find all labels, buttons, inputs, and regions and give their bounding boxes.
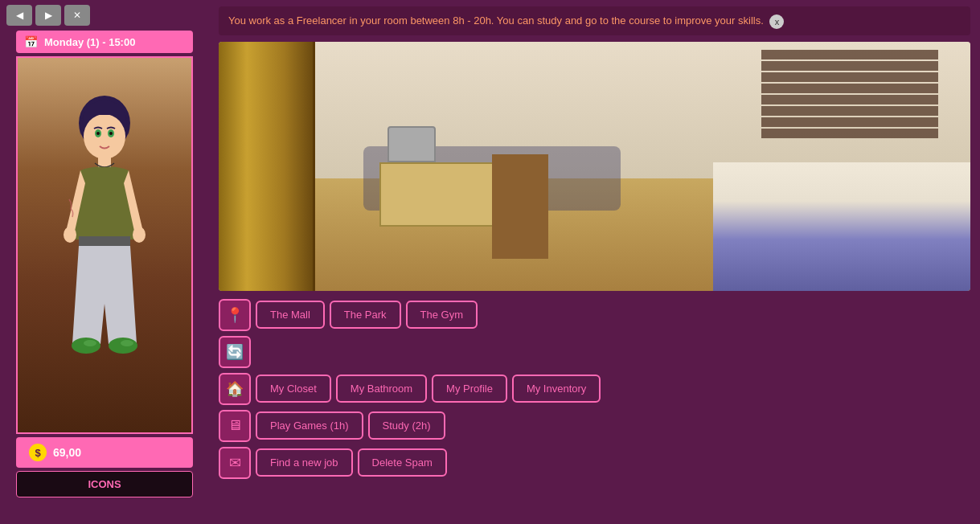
room-image [219,42,970,291]
blind-slat [761,50,938,59]
study-button[interactable]: Study (2h) [368,411,445,440]
back-button[interactable]: ◀ [6,5,32,26]
left-panel: ◀ ▶ ✕ 📅 Monday (1) - 15:00 [0,0,209,524]
the-mall-button[interactable]: The Mall [256,301,325,329]
location-row: 📍 The Mall The Park The Gym [219,299,970,331]
blind-slat [761,106,938,116]
svg-point-8 [133,227,146,243]
room-chair [492,154,548,259]
money-amount: 69,00 [53,446,81,459]
computer-icon: 🖥 [219,410,251,442]
blind-slat [761,72,938,82]
svg-point-13 [121,340,133,346]
info-banner: You work as a Freelancer in your room be… [219,6,970,35]
my-bathroom-button[interactable]: My Bathroom [336,375,427,403]
icons-button[interactable]: ICONS [16,471,193,497]
svg-point-7 [64,227,76,243]
my-closet-button[interactable]: My Closet [256,375,331,403]
computer-row: 🖥 Play Games (1h) Study (2h) [219,410,970,442]
money-bar: $ 69,00 [16,437,193,468]
character-avatar [48,79,161,432]
room-laptop [387,126,436,162]
svg-point-1 [84,114,125,159]
the-gym-button[interactable]: The Gym [406,301,478,329]
the-park-button[interactable]: The Park [330,301,401,329]
home-row: 🏠 My Closet My Bathroom My Profile My In… [219,373,970,405]
my-profile-button[interactable]: My Profile [432,375,507,403]
find-job-button[interactable]: Find a new job [256,448,353,477]
svg-point-5 [109,132,113,135]
location-icon: 📍 [219,299,251,331]
home-icon: 🏠 [219,373,251,405]
forward-button[interactable]: ▶ [35,5,61,26]
transport-row: 🔄 [219,336,970,368]
date-label: Monday (1) - 15:00 [44,36,135,48]
svg-rect-9 [79,236,130,246]
share-icon: 🔄 [219,336,251,368]
blind-slat [761,84,938,93]
mail-row: ✉ Find a new job Delete Spam [219,447,970,479]
room-blinds [761,50,938,154]
svg-point-12 [84,340,96,346]
my-inventory-button[interactable]: My Inventory [512,375,601,403]
mail-icon: ✉ [219,447,251,479]
nav-buttons: ◀ ▶ ✕ [0,0,209,31]
calendar-icon: 📅 [24,35,38,48]
currency-icon: $ [29,444,47,461]
blind-slat [761,129,938,138]
play-games-button[interactable]: Play Games (1h) [256,411,363,440]
close-banner-button[interactable]: x [769,14,784,29]
date-bar: 📅 Monday (1) - 15:00 [16,31,193,53]
blind-slat [761,117,938,127]
room-wardrobe [219,42,315,291]
svg-point-4 [96,132,100,135]
delete-spam-button[interactable]: Delete Spam [358,448,447,477]
character-area [16,56,193,434]
blind-slat [761,95,938,104]
close-button[interactable]: ✕ [64,5,90,26]
right-panel: You work as a Freelancer in your room be… [209,0,980,524]
room-bed [713,162,970,291]
blind-slat [761,61,938,71]
info-text: You work as a Freelancer in your room be… [228,14,764,27]
